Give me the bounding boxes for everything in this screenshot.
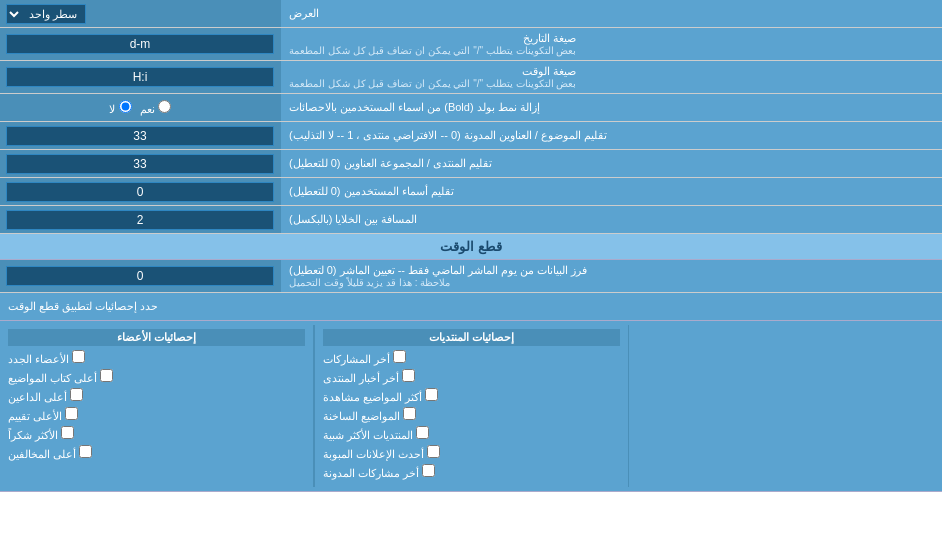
cutoff-section-header: قطع الوقت	[0, 234, 942, 260]
date-format-input-cell: d-m	[0, 28, 280, 60]
checkbox-item: أعلى المخالفين	[8, 445, 305, 461]
subject-trim-input-cell: 33	[0, 122, 280, 149]
header-title: العرض	[289, 7, 319, 20]
checkbox-input[interactable]	[79, 445, 92, 458]
checkbox-item: أكثر المواضيع مشاهدة	[323, 388, 620, 404]
date-format-input[interactable]: d-m	[6, 34, 274, 54]
subject-trim-input[interactable]: 33	[6, 126, 274, 146]
cell-spacing-row: المسافة بين الخلايا (بالبكسل) 2	[0, 206, 942, 234]
bold-remove-title: إزالة نمط بولد (Bold) من اسماء المستخدمي…	[289, 101, 540, 114]
forum-trim-input[interactable]: 33	[6, 154, 274, 174]
checkbox-input[interactable]	[425, 388, 438, 401]
checkbox-input[interactable]	[403, 407, 416, 420]
subject-trim-label: تقليم الموضوع / العناوين المدونة (0 -- ا…	[280, 122, 942, 149]
username-trim-title: تقليم أسماء المستخدمين (0 للتعطيل)	[289, 185, 454, 198]
forum-trim-input-cell: 33	[0, 150, 280, 177]
checkbox-item: أخر المشاركات	[323, 350, 620, 366]
apply-stats-label: حدد إحصائيات لتطبيق قطع الوقت	[0, 293, 942, 320]
checkbox-item: الأعضاء الجدد	[8, 350, 305, 366]
cell-spacing-input-cell: 2	[0, 206, 280, 233]
date-format-sublabel: بعض التكوينات يتطلب "/" التي يمكن ان تضا…	[289, 45, 576, 56]
checkbox-item: أخر أخبار المنتدى	[323, 369, 620, 385]
checkbox-col-empty	[628, 325, 942, 487]
checkbox-input[interactable]	[72, 350, 85, 363]
bold-remove-label: إزالة نمط بولد (Bold) من اسماء المستخدمي…	[280, 94, 942, 121]
checkbox-label[interactable]: الأعلى تقييم	[8, 407, 78, 423]
bold-yes-radio[interactable]	[158, 100, 171, 113]
checkbox-label[interactable]: الأكثر شكراً	[8, 426, 74, 442]
checkbox-input[interactable]	[70, 388, 83, 401]
col1-header: إحصائيات الأعضاء	[8, 329, 305, 346]
subject-trim-row: تقليم الموضوع / العناوين المدونة (0 -- ا…	[0, 122, 942, 150]
cell-spacing-input[interactable]: 2	[6, 210, 274, 230]
apply-stats-title: حدد إحصائيات لتطبيق قطع الوقت	[8, 300, 158, 313]
cutoff-input-cell: 0	[0, 260, 280, 292]
cutoff-label: فرز البيانات من يوم الماشر الماضي فقط --…	[280, 260, 942, 292]
checkbox-item: أخر مشاركات المدونة	[323, 464, 620, 480]
checkbox-label[interactable]: الأعضاء الجدد	[8, 350, 85, 366]
checkbox-label[interactable]: أخر المشاركات	[323, 350, 406, 366]
checkbox-input[interactable]	[100, 369, 113, 382]
checkbox-input[interactable]	[393, 350, 406, 363]
date-format-row: صيغة التاريخ بعض التكوينات يتطلب "/" الت…	[0, 28, 942, 61]
checkbox-col-members: إحصائيات الأعضاء الأعضاء الجدد أعلى كتاب…	[0, 325, 314, 487]
header-input-cell: سطر واحد سطرين ثلاثة أسطر	[0, 0, 280, 27]
checkbox-input[interactable]	[427, 445, 440, 458]
cell-spacing-label: المسافة بين الخلايا (بالبكسل)	[280, 206, 942, 233]
checkbox-label[interactable]: أخر مشاركات المدونة	[323, 464, 435, 480]
forum-trim-title: تقليم المنتدى / المجموعة العناوين (0 للت…	[289, 157, 492, 170]
checkbox-label[interactable]: أكثر المواضيع مشاهدة	[323, 388, 438, 404]
forum-trim-label: تقليم المنتدى / المجموعة العناوين (0 للت…	[280, 150, 942, 177]
checkbox-label[interactable]: أعلى كتاب المواضيع	[8, 369, 113, 385]
checkbox-input[interactable]	[422, 464, 435, 477]
checkbox-item: أعلى كتاب المواضيع	[8, 369, 305, 385]
checkbox-label[interactable]: أعلى المخالفين	[8, 445, 92, 461]
time-format-sublabel: بعض التكوينات يتطلب "/" التي يمكن ان تضا…	[289, 78, 576, 89]
checkbox-label[interactable]: المواضيع الساخنة	[323, 407, 416, 423]
checkbox-item: أحدث الإعلانات المبوبة	[323, 445, 620, 461]
checkbox-item: الأكثر شكراً	[8, 426, 305, 442]
checkbox-input[interactable]	[402, 369, 415, 382]
checkbox-label[interactable]: المنتديات الأكثر شبية	[323, 426, 429, 442]
checkbox-item: المواضيع الساخنة	[323, 407, 620, 423]
username-trim-row: تقليم أسماء المستخدمين (0 للتعطيل) 0	[0, 178, 942, 206]
bold-remove-input-cell: نعم لا	[0, 94, 280, 121]
col2-header: إحصائيات المنتديات	[323, 329, 620, 346]
time-format-label: صيغة الوقت بعض التكوينات يتطلب "/" التي …	[280, 61, 942, 93]
cutoff-note: ملاحظة : هذا قد يزيد قليلاً وقت التحميل	[289, 277, 450, 288]
checkbox-input[interactable]	[65, 407, 78, 420]
bold-no-radio[interactable]	[119, 100, 132, 113]
forum-trim-row: تقليم المنتدى / المجموعة العناوين (0 للت…	[0, 150, 942, 178]
date-format-title: صيغة التاريخ	[289, 32, 576, 45]
header-row: العرض سطر واحد سطرين ثلاثة أسطر	[0, 0, 942, 28]
checkbox-label[interactable]: أحدث الإعلانات المبوبة	[323, 445, 440, 461]
apply-stats-row: حدد إحصائيات لتطبيق قطع الوقت	[0, 293, 942, 321]
cutoff-row: فرز البيانات من يوم الماشر الماضي فقط --…	[0, 260, 942, 293]
checkboxes-container: إحصائيات المنتديات أخر المشاركات أخر أخب…	[0, 325, 942, 487]
checkbox-input[interactable]	[61, 426, 74, 439]
username-trim-input[interactable]: 0	[6, 182, 274, 202]
time-format-row: صيغة الوقت بعض التكوينات يتطلب "/" التي …	[0, 61, 942, 94]
bold-no-label[interactable]: لا	[109, 100, 131, 116]
time-format-title: صيغة الوقت	[289, 65, 576, 78]
date-format-label: صيغة التاريخ بعض التكوينات يتطلب "/" الت…	[280, 28, 942, 60]
display-dropdown[interactable]: سطر واحد سطرين ثلاثة أسطر	[6, 4, 86, 24]
cutoff-input[interactable]: 0	[6, 266, 274, 286]
checkbox-item: المنتديات الأكثر شبية	[323, 426, 620, 442]
username-trim-label: تقليم أسماء المستخدمين (0 للتعطيل)	[280, 178, 942, 205]
time-format-input-cell: H:i	[0, 61, 280, 93]
header-label: العرض	[280, 0, 942, 27]
checkbox-item: الأعلى تقييم	[8, 407, 305, 423]
time-format-input[interactable]: H:i	[6, 67, 274, 87]
cell-spacing-title: المسافة بين الخلايا (بالبكسل)	[289, 213, 418, 226]
checkbox-label[interactable]: أعلى الداعين	[8, 388, 83, 404]
bold-remove-row: إزالة نمط بولد (Bold) من اسماء المستخدمي…	[0, 94, 942, 122]
subject-trim-title: تقليم الموضوع / العناوين المدونة (0 -- ا…	[289, 129, 607, 142]
checkbox-label[interactable]: أخر أخبار المنتدى	[323, 369, 415, 385]
checkbox-col-forums: إحصائيات المنتديات أخر المشاركات أخر أخب…	[314, 325, 628, 487]
bold-yes-label[interactable]: نعم	[140, 100, 171, 116]
cutoff-title: فرز البيانات من يوم الماشر الماضي فقط --…	[289, 264, 587, 277]
checkbox-input[interactable]	[416, 426, 429, 439]
cutoff-section-title: قطع الوقت	[440, 239, 502, 254]
checkbox-item: أعلى الداعين	[8, 388, 305, 404]
